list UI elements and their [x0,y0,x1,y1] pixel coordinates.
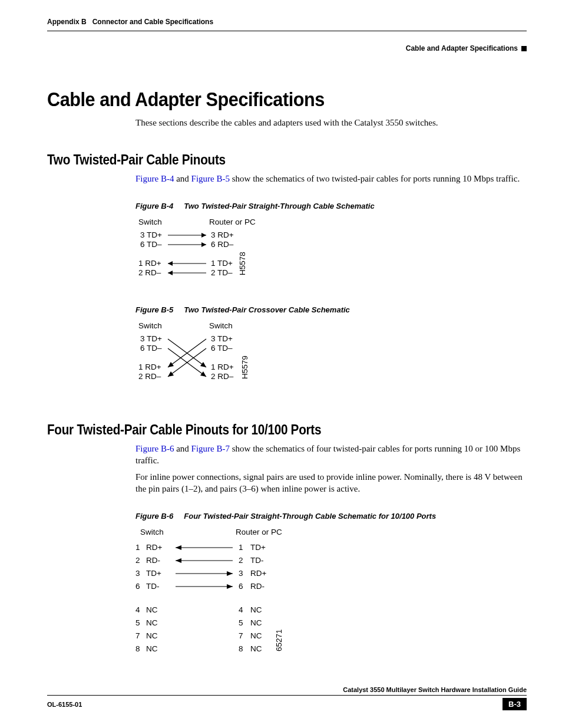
svg-text:4: 4 [135,605,140,614]
section2-title: Four Twisted-Pair Cable Pinouts for 10/1… [47,422,527,438]
svg-text:1: 1 [135,543,140,552]
svg-text:TD+: TD+ [146,569,161,578]
link-figure-b5[interactable]: Figure B-5 [191,174,230,183]
svg-text:RD+: RD+ [250,569,266,578]
svg-text:TD+: TD+ [250,543,266,552]
footer-doc-number: OL-6155-01 [47,701,82,708]
page-number-tab: B-3 [503,698,527,710]
svg-text:H5579: H5579 [240,355,249,379]
svg-text:1 TD+: 1 TD+ [211,259,233,268]
svg-text:Switch: Switch [138,321,162,330]
svg-text:7: 7 [239,631,243,640]
section1-title: Two Twisted-Pair Cable Pinouts [47,152,527,168]
svg-text:6: 6 [239,582,243,591]
section1-para1: Figure B-4 and Figure B-5 show the schem… [135,173,527,185]
svg-text:Router or PC: Router or PC [236,528,282,536]
chapter-label: Connector and Cable Specifications [92,18,213,26]
svg-text:NC: NC [250,644,262,653]
svg-text:3 TD+: 3 TD+ [140,230,162,239]
svg-text:TD-: TD- [250,556,264,565]
figure-b5-caption: Figure B-5Two Twisted-Pair Crossover Cab… [135,305,527,314]
svg-marker-32 [200,371,206,377]
svg-text:Switch: Switch [209,321,233,330]
svg-text:NC: NC [250,631,262,640]
running-head-left: Appendix B Connector and Cable Specifica… [47,18,213,26]
svg-text:3 TD+: 3 TD+ [140,334,162,343]
svg-marker-43 [176,545,181,550]
section2-para1: Figure B-6 and Figure B-7 show the schem… [135,443,527,467]
header-square-icon [521,46,527,51]
svg-text:6 TD–: 6 TD– [211,344,233,353]
page-title: Cable and Adapter Specifications [47,88,527,111]
intro-text: These sections describe the cables and a… [135,117,527,129]
svg-marker-36 [168,371,174,377]
svg-marker-55 [227,571,233,576]
svg-text:2 TD–: 2 TD– [211,268,233,277]
page-footer: Catalyst 3550 Multilayer Switch Hardware… [47,686,527,710]
svg-marker-30 [200,362,206,367]
svg-text:2: 2 [239,556,243,565]
svg-text:NC: NC [146,644,158,653]
svg-marker-16 [168,271,173,275]
link-figure-b6[interactable]: Figure B-6 [135,444,174,453]
svg-text:5: 5 [239,618,243,627]
svg-text:3: 3 [239,569,243,578]
svg-text:NC: NC [250,618,262,627]
footer-guide-title: Catalyst 3550 Multilayer Switch Hardware… [47,686,527,695]
svg-marker-61 [227,584,233,589]
svg-text:Switch: Switch [138,218,162,226]
svg-text:H5578: H5578 [238,252,247,275]
svg-text:NC: NC [250,605,262,614]
svg-text:1 RD+: 1 RD+ [211,363,234,371]
section2-para2: For inline power connections, signal pai… [135,471,527,495]
svg-text:TD-: TD- [146,582,160,591]
link-figure-b7[interactable]: Figure B-7 [191,444,230,453]
svg-text:1 RD+: 1 RD+ [138,363,161,371]
running-head-right: Cable and Adapter Specifications [406,31,527,52]
section-label: Cable and Adapter Specifications [406,44,518,52]
svg-marker-34 [168,362,174,367]
svg-text:3: 3 [135,569,140,578]
figure-b4-schematic: Switch Router or PC 3 TD+ 3 RD+ 6 TD– 6 … [135,216,527,289]
svg-text:7: 7 [135,631,140,640]
svg-text:RD-: RD- [250,582,265,591]
svg-text:3 RD+: 3 RD+ [211,230,234,239]
svg-text:6 TD–: 6 TD– [140,240,162,249]
svg-text:4: 4 [239,605,243,614]
figure-b4-caption: Figure B-4Two Twisted-Pair Straight-Thro… [135,202,527,210]
svg-marker-12 [168,261,173,266]
svg-text:NC: NC [146,631,158,640]
svg-marker-49 [176,558,181,563]
svg-text:Switch: Switch [140,528,164,536]
svg-text:6 TD–: 6 TD– [140,344,162,353]
svg-text:6: 6 [135,582,140,591]
svg-text:5: 5 [135,618,140,627]
appendix-label: Appendix B [47,18,87,26]
svg-text:6 RD–: 6 RD– [211,240,234,249]
svg-text:2 RD–: 2 RD– [138,372,161,381]
figure-b5-schematic: Switch Switch 3 TD+ 6 TD– 1 RD+ 2 RD– 3 … [135,320,527,398]
svg-text:RD+: RD+ [146,543,162,552]
svg-text:2: 2 [135,556,140,565]
svg-text:8: 8 [135,644,140,653]
svg-text:1 RD+: 1 RD+ [138,259,161,268]
svg-text:Router or PC: Router or PC [209,218,256,226]
figure-b6-schematic: Switch Router or PC 1 RD+ 1 TD+ 2 RD- 2 … [135,526,527,664]
svg-text:65271: 65271 [275,629,283,651]
svg-text:1: 1 [239,543,243,552]
svg-text:NC: NC [146,618,158,627]
svg-text:2 RD–: 2 RD– [211,372,234,381]
svg-text:8: 8 [239,644,243,653]
link-figure-b4[interactable]: Figure B-4 [135,174,174,183]
svg-text:2 RD–: 2 RD– [138,268,161,277]
svg-text:3 TD+: 3 TD+ [211,334,233,343]
svg-text:NC: NC [146,605,158,614]
svg-text:RD-: RD- [146,556,160,565]
svg-marker-8 [201,242,206,247]
svg-marker-4 [201,233,206,238]
figure-b6-caption: Figure B-6Four Twisted-Pair Straight-Thr… [135,512,527,521]
